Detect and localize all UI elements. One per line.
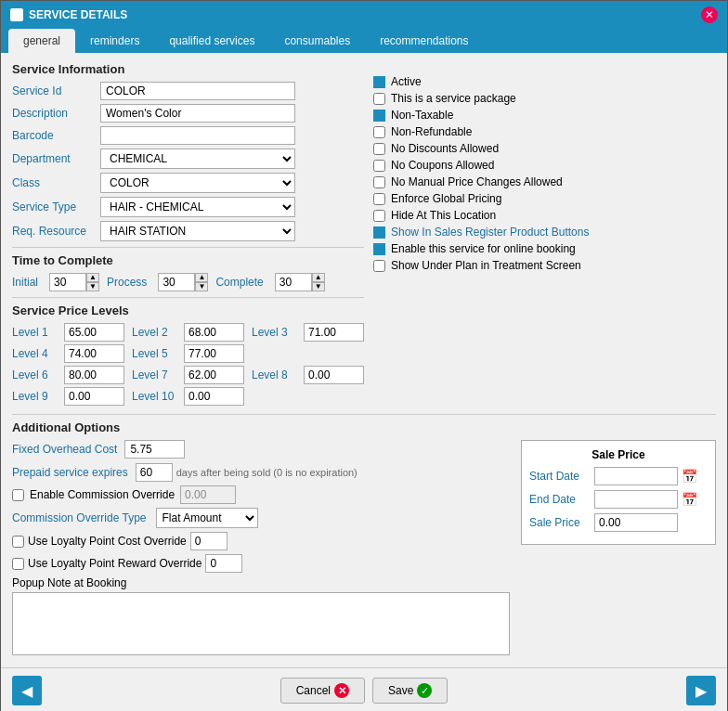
service-details-window: SERVICE DETAILS ✕ general reminders qual… [0,0,728,711]
level4-input[interactable] [64,344,124,363]
additional-right: Sale Price Start Date 📅 End Date 📅 Sale … [521,440,716,658]
checkbox-enforce-row: Enforce Global Pricing [373,192,716,205]
end-date-label: End Date [529,493,594,506]
initial-label: Initial [12,276,38,289]
price-levels-title: Service Price Levels [12,304,364,317]
loyalty-cost-checkbox[interactable] [12,536,24,548]
class-select[interactable]: COLOR [100,173,295,193]
department-row: Department CHEMICAL [12,149,364,169]
complete-down-btn[interactable]: ▼ [312,282,325,291]
level3-input[interactable] [304,323,364,342]
initial-up-btn[interactable]: ▲ [86,273,99,282]
level5-input[interactable] [184,344,244,363]
popup-textarea[interactable] [12,592,510,655]
sale-price-input[interactable] [594,513,678,532]
initial-input[interactable] [49,273,86,291]
hide-label: Hide At This Location [391,209,496,222]
checkbox-plantreatment-row: Show Under Plan in Treatment Screen [373,259,716,272]
package-checkbox[interactable] [373,93,385,105]
plantreatment-checkbox[interactable] [373,260,385,272]
plantreatment-label: Show Under Plan in Treatment Screen [391,259,581,272]
start-date-calendar-icon[interactable]: 📅 [682,469,697,484]
level6-label: Level 6 [12,368,57,381]
fixed-overhead-label: Fixed Overhead Cost [12,443,117,456]
popup-section: Popup Note at Booking [12,576,510,658]
close-button[interactable]: ✕ [701,6,718,23]
tab-recommendations[interactable]: recommendations [365,29,483,53]
nodiscounts-checkbox[interactable] [373,143,385,155]
checkbox-salesregister-row: Show In Sales Register Product Buttons [373,226,716,239]
level6-input[interactable] [64,366,124,384]
level8-input[interactable] [304,366,364,384]
loyalty-cost-input[interactable] [190,532,228,550]
commission-override-checkbox[interactable] [12,489,24,501]
start-date-row: Start Date 📅 [529,467,708,485]
tab-reminders[interactable]: reminders [75,29,154,53]
price-row-3: Level 6 Level 7 Level 8 [12,366,364,384]
salesregister-indicator [373,226,385,239]
price-row-1: Level 1 Level 2 Level 3 [12,323,364,342]
tab-general[interactable]: general [8,29,75,53]
barcode-row: Barcode [12,126,364,145]
complete-up-btn[interactable]: ▲ [312,273,325,282]
end-date-row: End Date 📅 [529,490,708,509]
checkboxes-container: Active This is a service package Non-Tax… [373,75,716,272]
nomanual-checkbox[interactable] [373,176,385,188]
level5-label: Level 5 [132,347,176,360]
level10-input[interactable] [184,387,244,406]
checkbox-hide-row: Hide At This Location [373,209,716,222]
commission-type-row: Commission Override Type Flat Amount Per… [12,508,510,528]
hide-checkbox[interactable] [373,210,385,222]
nocoupons-checkbox[interactable] [373,160,385,172]
commission-override-input[interactable] [180,485,236,504]
enforce-checkbox[interactable] [373,193,385,205]
commission-type-select[interactable]: Flat Amount Percentage [156,508,258,528]
barcode-label: Barcode [12,129,100,142]
save-button[interactable]: Save ✓ [372,678,448,704]
tab-qualified-services[interactable]: qualified services [154,29,269,53]
req-resource-select[interactable]: HAIR STATION [100,221,295,241]
start-date-input[interactable] [594,467,678,485]
tab-consumables[interactable]: consumables [269,29,365,53]
department-select[interactable]: CHEMICAL [100,149,295,169]
level2-label: Level 2 [132,326,176,339]
cancel-button[interactable]: Cancel ✕ [280,678,365,704]
complete-input[interactable] [275,273,312,291]
level2-input[interactable] [184,323,244,342]
initial-down-btn[interactable]: ▼ [86,282,99,291]
description-label: Description [12,107,100,120]
prev-button[interactable]: ◀ [12,676,42,705]
level9-label: Level 9 [12,390,57,403]
nonrefundable-label: Non-Refundable [391,125,472,138]
barcode-input[interactable] [100,126,295,145]
cancel-label: Cancel [296,684,331,697]
description-input[interactable] [100,104,295,123]
process-input[interactable] [158,273,195,291]
end-date-input[interactable] [594,490,678,509]
nomanual-label: No Manual Price Changes Allowed [391,175,563,188]
level4-label: Level 4 [12,347,57,360]
service-id-input[interactable] [100,82,295,100]
loyalty-cost-label: Use Loyalty Point Cost Override [28,535,187,548]
next-button[interactable]: ▶ [686,676,716,705]
loyalty-reward-checkbox[interactable] [12,558,24,570]
level9-input[interactable] [64,387,124,406]
loyalty-reward-input[interactable] [205,554,242,573]
end-date-calendar-icon[interactable]: 📅 [682,492,697,507]
level3-label: Level 3 [252,326,296,339]
checkbox-nonrefundable-row: Non-Refundable [373,125,716,138]
service-type-select[interactable]: HAIR - CHEMICAL [100,197,295,217]
nonrefundable-checkbox[interactable] [373,126,385,138]
commission-override-label: Enable Commission Override [30,488,175,501]
level7-input[interactable] [184,366,244,384]
process-up-btn[interactable]: ▲ [195,273,208,282]
package-label: This is a service package [391,92,516,105]
start-date-label: Start Date [529,470,594,483]
prepaid-input[interactable] [136,463,173,482]
process-down-btn[interactable]: ▼ [195,282,208,291]
level1-input[interactable] [64,323,124,342]
additional-grid: Fixed Overhead Cost Prepaid service expi… [12,440,716,658]
price-row-4: Level 9 Level 10 [12,387,364,406]
popup-label: Popup Note at Booking [12,576,126,589]
fixed-overhead-input[interactable] [124,440,185,459]
